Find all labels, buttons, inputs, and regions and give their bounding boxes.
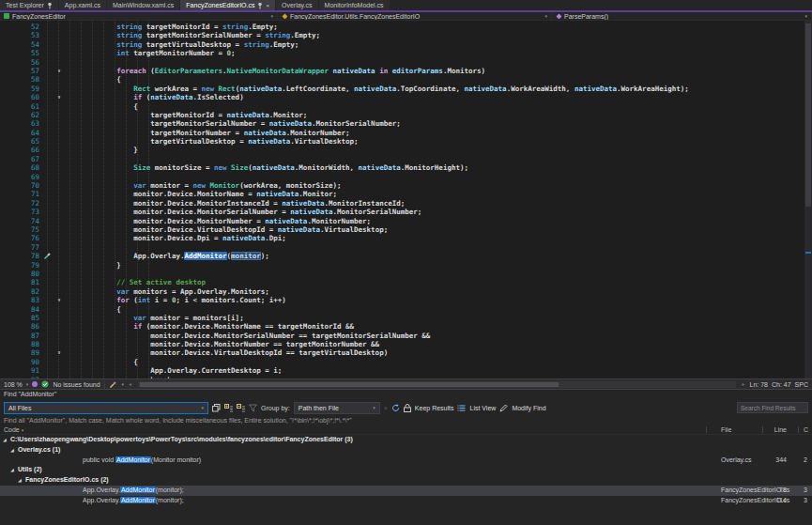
result-group-row[interactable]: ◢FancyZonesEditorIO.cs (2) (0, 475, 812, 486)
code-text[interactable]: Size monitorSize = new Size(nativeData.M… (66, 163, 468, 172)
horizontal-scrollbar-thumb[interactable] (140, 382, 559, 387)
code-text[interactable]: monitor.Device.VirtualDesktopId == targe… (66, 348, 388, 357)
code-line[interactable]: 79 } (0, 261, 804, 270)
code-text[interactable]: monitor.Device.MonitorSerialNumber == ta… (66, 332, 430, 340)
line-number[interactable]: 60 (0, 93, 41, 101)
line-number[interactable]: 67 (0, 155, 41, 163)
code-text[interactable]: App.Overlay.AddMonitor(monitor); (66, 252, 269, 260)
code-line[interactable]: 70 var monitor = new Monitor(workArea, m… (0, 181, 804, 190)
code-line[interactable]: 76 monitor.Device.Dpi = nativeData.Dpi; (0, 234, 804, 242)
code-line[interactable]: 72 monitor.Device.MonitorInstanceId = na… (0, 199, 804, 208)
fold-collapse-icon[interactable]: ∨ (53, 296, 66, 304)
line-number[interactable]: 70 (0, 181, 41, 190)
code-text[interactable]: var monitors = App.Overlay.Monitors; (66, 287, 269, 296)
column-header-code[interactable]: Code (4, 426, 20, 433)
code-line[interactable]: 66 } (0, 146, 804, 154)
line-number[interactable]: 58 (0, 75, 41, 84)
code-text[interactable]: { (66, 305, 121, 314)
document-tab[interactable]: MonitorInfoModel.cs (319, 0, 390, 10)
column-header-file[interactable]: File (721, 425, 731, 435)
line-number[interactable]: 91 (0, 366, 41, 375)
line-number[interactable]: 59 (0, 85, 41, 93)
expand-all-icon[interactable] (224, 404, 233, 412)
code-line[interactable]: 61 { (0, 102, 804, 111)
code-text[interactable]: foreach (EditorParameters.NativeMonitorD… (66, 67, 485, 75)
line-number[interactable]: 90 (0, 358, 41, 366)
line-number[interactable]: 71 (0, 190, 41, 198)
editor-vertical-scrollbar[interactable] (804, 21, 812, 378)
line-number[interactable]: 87 (0, 332, 41, 340)
document-tab[interactable]: FancyZonesEditorIO.cs× (180, 0, 275, 10)
list-view-icon[interactable] (457, 404, 466, 412)
scroll-left-arrow-icon[interactable]: ◄ (128, 381, 132, 387)
chevron-down-icon[interactable]: ▾ (26, 381, 29, 387)
column-header-line[interactable]: Line (766, 425, 787, 435)
line-number[interactable]: 75 (0, 225, 41, 234)
line-number[interactable]: 85 (0, 314, 41, 322)
horizontal-scrollbar[interactable] (138, 381, 736, 388)
result-group-row[interactable]: ◢Utils (2) (0, 465, 812, 475)
code-line[interactable]: 54 string targetVirtualDesktop = string.… (0, 40, 804, 49)
code-text[interactable]: monitor.Device.MonitorName = nativeData.… (66, 190, 337, 198)
line-number[interactable]: 57 (0, 67, 41, 75)
code-line[interactable]: 71 monitor.Device.MonitorName = nativeDa… (0, 190, 804, 198)
line-number[interactable]: 78 (0, 252, 41, 260)
code-line[interactable]: 75 monitor.Device.VirtualDesktopId = nat… (0, 225, 804, 234)
filter-icon[interactable] (249, 404, 257, 412)
line-number[interactable]: 84 (0, 305, 41, 314)
code-text[interactable]: var monitor = new Monitor(workArea, moni… (66, 181, 342, 190)
code-line[interactable]: 55 int targetMonitorNumber = 0; (0, 49, 804, 57)
code-text[interactable]: monitor.Device.MonitorSerialNumber = nat… (66, 208, 421, 216)
line-number[interactable]: 77 (0, 243, 41, 252)
lock-icon[interactable] (404, 404, 411, 412)
code-line[interactable]: 53 string targetMonitorSerialNumber = st… (0, 31, 804, 39)
scroll-right-arrow-icon[interactable]: ► (742, 381, 746, 387)
collapse-all-icon[interactable] (237, 404, 245, 412)
code-text[interactable]: targetMonitorNumber = nativeData.Monitor… (66, 129, 350, 137)
code-line[interactable]: 73 monitor.Device.MonitorSerialNumber = … (0, 208, 804, 216)
code-line[interactable]: 60∨ if (nativeData.IsSelected) (0, 93, 804, 101)
code-line[interactable]: 58 { (0, 75, 804, 84)
column-divider[interactable] (706, 426, 707, 433)
code-line[interactable]: 88 monitor.Device.MonitorNumber == targe… (0, 340, 804, 348)
line-number[interactable]: 66 (0, 146, 41, 154)
refresh-icon[interactable] (391, 404, 400, 412)
result-group-row[interactable]: ◢Overlay.cs (1) (0, 445, 812, 456)
code-line[interactable]: 80 (0, 270, 804, 278)
list-view-label[interactable]: List View (469, 405, 496, 411)
fold-collapse-icon[interactable]: ∨ (53, 93, 66, 101)
code-text[interactable]: monitor.Device.MonitorNumber == targetMo… (66, 340, 379, 348)
chevron-down-icon[interactable]: ▾ (121, 381, 124, 387)
group-by-dropdown[interactable]: Path then File ▾ (294, 402, 380, 414)
code-line[interactable]: 84 { (0, 305, 804, 314)
line-number[interactable]: 56 (0, 58, 41, 67)
result-group-row[interactable]: ◢C:\Users\zhaopengwang\Desktop\powertoys… (0, 435, 812, 445)
column-header-column[interactable]: C (804, 425, 808, 435)
code-text[interactable]: } (66, 146, 138, 154)
line-number[interactable]: 82 (0, 287, 41, 296)
code-text[interactable]: Rect workArea = new Rect(nativeData.Left… (66, 85, 689, 93)
code-text[interactable]: monitor.Device.MonitorNumber = nativeDat… (66, 217, 371, 225)
column-divider[interactable] (762, 426, 763, 433)
code-text[interactable]: string targetMonitorId = string.Empty; (66, 23, 278, 31)
code-text[interactable]: targetMonitorId = nativeData.Monitor; (66, 111, 307, 119)
line-number[interactable]: 68 (0, 163, 41, 172)
line-number[interactable]: 55 (0, 49, 41, 57)
code-line[interactable]: 59 Rect workArea = new Rect(nativeData.L… (0, 85, 804, 93)
code-line[interactable]: 81 // Set active desktop (0, 278, 804, 286)
code-line[interactable]: 68 Size monitorSize = new Size(nativeDat… (0, 163, 804, 172)
code-line[interactable]: 86 if (monitor.Device.MonitorName == tar… (0, 322, 804, 331)
code-line[interactable]: 74 monitor.Device.MonitorNumber = native… (0, 217, 804, 225)
line-number[interactable]: 79 (0, 261, 41, 270)
scrollbar-thumb[interactable] (805, 23, 811, 207)
line-number[interactable]: 54 (0, 40, 41, 49)
issues-status[interactable]: No issues found (53, 381, 100, 388)
quick-actions-screwdriver-icon[interactable] (41, 252, 53, 260)
code-text[interactable]: { (66, 75, 121, 84)
line-number[interactable]: 88 (0, 340, 41, 348)
code-line[interactable]: 91 App.Overlay.CurrentDesktop = i; (0, 366, 804, 375)
line-number[interactable]: 69 (0, 173, 41, 181)
code-line[interactable]: 87 monitor.Device.MonitorSerialNumber ==… (0, 332, 804, 340)
line-number[interactable]: 73 (0, 208, 41, 216)
document-tab[interactable]: Test Explorer (0, 0, 58, 10)
